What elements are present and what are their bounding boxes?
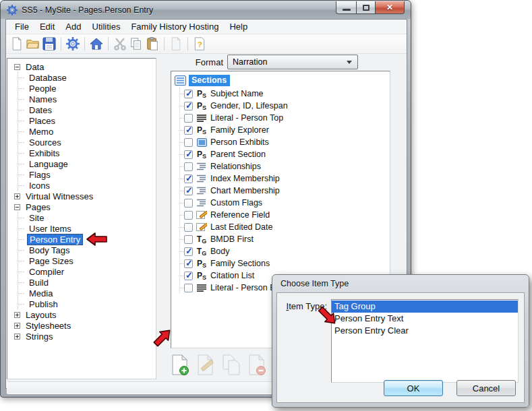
item-type-listbox[interactable]: Tag Group Person Entry Text Person Entry… [331,299,519,383]
minimize-button[interactable] [336,1,356,14]
dialog-body: Item Type: Tag Group Person Entry Text P… [276,292,525,403]
listbox-option[interactable]: Person Entry Clear [332,325,518,337]
tree-node-layouts[interactable]: Layouts [14,309,156,320]
section-row[interactable]: Last Edited Date [180,221,390,233]
format-dropdown[interactable]: Narration [227,55,358,69]
checkbox[interactable] [184,272,193,280]
sections-header-label: Sections [189,75,230,86]
checkbox[interactable] [184,211,193,220]
ok-button[interactable]: OK [384,380,443,396]
section-row[interactable]: Literal - Person Top [180,112,390,124]
checkbox[interactable] [184,223,193,232]
new-document-icon[interactable] [10,37,24,51]
listbox-option[interactable]: Person Entry Text [332,313,518,325]
tree-node[interactable]: Page Sizes [18,255,156,266]
edit-item-icon[interactable] [196,354,215,376]
toolbar-separator [187,37,188,51]
section-row[interactable]: Chart Membership [180,185,390,197]
tree-node[interactable]: Icons [18,180,156,191]
new-page-icon[interactable] [169,37,183,51]
tree-node[interactable]: Site [18,212,156,223]
close-button[interactable]: ✕ [376,1,405,14]
tree-children-pages: Site User Items Person Entry Body Tags P… [18,212,156,309]
menu-family-history-hosting[interactable]: Family History Hosting [125,20,224,33]
save-icon[interactable] [42,37,56,51]
choose-item-type-dialog: Choose Item Type Item Type: Tag Group Pe… [272,274,529,408]
menu-utilities[interactable]: Utilities [87,20,126,33]
section-row[interactable]: Custom Flags [180,197,390,209]
checkbox[interactable] [184,138,193,147]
section-row[interactable]: PS Parent Section [180,148,390,160]
section-row[interactable]: Reference Field [180,209,390,221]
checkbox[interactable] [184,114,193,123]
copy-icon[interactable] [129,37,143,51]
add-item-icon[interactable] [171,354,189,376]
checkbox[interactable] [184,162,193,171]
settings-gear-icon[interactable] [66,37,80,51]
tree-node[interactable]: Flags [18,169,156,180]
checkbox[interactable] [184,284,193,292]
tree-node[interactable]: Media [18,288,156,298]
tree-node[interactable]: Names [18,94,156,104]
checkbox[interactable] [184,187,193,195]
cut-icon[interactable] [113,37,127,51]
menu-file[interactable]: File [9,20,34,33]
tree-node[interactable]: People [18,83,156,94]
checkbox[interactable] [184,126,193,135]
tree-node-data[interactable]: Data [14,61,156,72]
expand-icon[interactable] [14,323,20,329]
paste-icon[interactable] [146,37,159,51]
tree-node[interactable]: Compiler [18,266,156,277]
copy-item-icon[interactable] [222,354,241,376]
collapse-icon[interactable] [14,204,20,210]
tree-node-virtual-witnesses[interactable]: Virtual Witnesses [14,191,156,201]
section-row[interactable]: Relationships [180,160,390,172]
tree-node-strings[interactable]: Strings [14,331,156,342]
help-icon[interactable]: ? [193,37,206,51]
checkbox[interactable] [184,259,193,268]
expand-icon[interactable] [14,193,20,199]
cancel-button[interactable]: Cancel [456,380,516,396]
expand-icon[interactable] [14,312,20,318]
checkbox[interactable] [184,247,193,256]
section-row[interactable]: PS Family Sections [180,257,390,270]
tree-node[interactable]: Build [18,277,156,288]
checkbox[interactable] [184,175,193,183]
toolbar-separator [108,37,109,51]
person-section-icon: PS [196,100,208,111]
maximize-button[interactable] [356,1,376,14]
tree-node[interactable]: Exhibits [18,148,156,158]
tree-node[interactable]: Places [18,115,156,126]
checkbox[interactable] [184,102,193,110]
tree-node-stylesheets[interactable]: Stylesheets [14,320,156,331]
home-icon[interactable] [90,37,103,51]
checkbox[interactable] [184,235,193,244]
tree-node[interactable]: Memo [18,126,156,137]
tree-node-person-entry[interactable]: Person Entry [18,234,156,245]
checkbox[interactable] [184,199,193,208]
section-row[interactable]: TG Body [180,245,390,257]
delete-item-icon[interactable] [247,354,266,376]
expand-icon[interactable] [14,334,20,340]
tree-node[interactable]: Dates [18,104,156,115]
tree-node[interactable]: Publish [18,298,156,309]
section-row[interactable]: Index Membership [180,172,390,185]
menu-help[interactable]: Help [224,20,253,33]
tree-node[interactable]: Database [18,72,156,83]
open-folder-icon[interactable] [26,37,40,51]
section-row[interactable]: PS Family Explorer [180,124,390,136]
menu-add[interactable]: Add [60,20,86,33]
sections-header[interactable]: Sections [175,75,390,86]
section-row[interactable]: TG BMDB First [180,233,390,245]
tree-node-pages[interactable]: Pages [14,201,156,212]
section-row[interactable]: PS Subject Name [180,88,390,100]
tree-node[interactable]: Sources [18,137,156,148]
listbox-option-selected[interactable]: Tag Group [332,301,518,313]
tree-node[interactable]: Language [18,158,156,169]
checkbox[interactable] [184,150,193,159]
menu-edit[interactable]: Edit [34,20,60,33]
collapse-icon[interactable] [14,64,20,70]
section-row[interactable]: Person Exhibits [180,136,390,148]
checkbox[interactable] [184,90,193,98]
section-row[interactable]: PS Gender, ID, Lifespan [180,100,390,112]
